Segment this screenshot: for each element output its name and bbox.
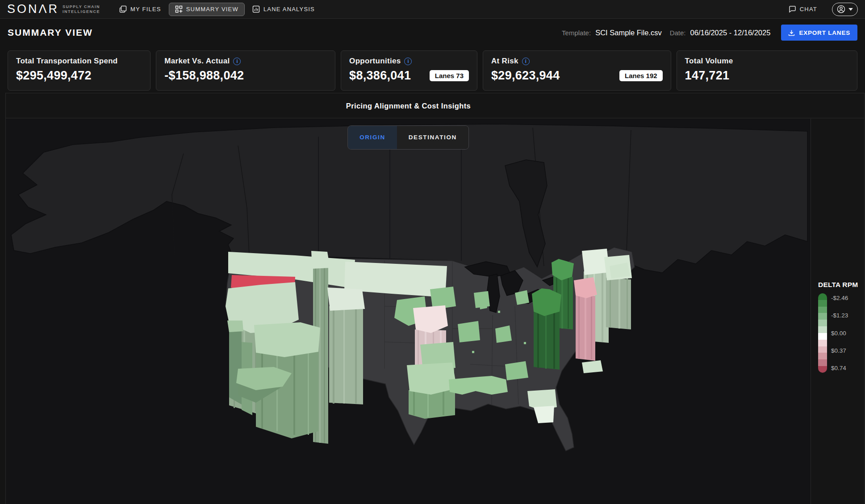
legend-tick: -$1.23 <box>831 312 848 319</box>
legend-tick: $0.00 <box>831 330 848 337</box>
lanes-count-badge: Lanes 73 <box>430 70 469 81</box>
bar-chart-icon <box>252 5 260 13</box>
kpi-total-transportation-spend: Total Transportation Spend $295,499,472 <box>8 50 150 91</box>
origin-destination-tabs: ORIGIN DESTINATION <box>347 125 469 150</box>
nav-item-my-files[interactable]: MY FILES <box>113 3 167 16</box>
date-label: Date: <box>670 29 686 37</box>
nav-item-summary-view[interactable]: SUMMARY VIEW <box>169 3 245 16</box>
nav-item-lane-analysis[interactable]: LANE ANALYSIS <box>247 3 321 16</box>
header-meta: Template: SCI Sample File.csv Date: 06/1… <box>562 25 857 41</box>
kpi-card-row: Total Transportation Spend $295,499,472 … <box>8 50 857 91</box>
top-nav-bar: SONΛR SUPPLY CHAIN INTELLIGENCE MY FILES… <box>0 0 865 19</box>
section-title-bar: Pricing Alignment & Cost Insights <box>6 93 864 118</box>
info-icon[interactable]: i <box>233 58 241 65</box>
info-icon[interactable]: i <box>522 58 530 65</box>
chat-bubble-icon <box>789 5 796 13</box>
user-menu-button[interactable] <box>832 3 858 16</box>
tab-origin[interactable]: ORIGIN <box>348 126 397 149</box>
legend-tick: -$2.46 <box>831 295 848 301</box>
delta-rpm-legend: DELTA RPM -$2.46 -$1.23 $0.00 $0.37 $0.7… <box>818 281 858 373</box>
logo-subtitle: SUPPLY CHAIN INTELLIGENCE <box>63 4 100 14</box>
chevron-down-icon <box>848 8 853 11</box>
legend-title: DELTA RPM <box>818 281 858 289</box>
page-header: SUMMARY VIEW Template: SCI Sample File.c… <box>0 19 865 46</box>
kpi-total-volume: Total Volume 147,721 <box>677 50 857 91</box>
page-title: SUMMARY VIEW <box>8 27 93 38</box>
user-avatar-icon <box>837 5 845 13</box>
date-range-value: 06/16/2025 - 12/16/2025 <box>690 29 771 37</box>
dashboard-grid-icon <box>175 5 183 13</box>
chat-button[interactable]: CHAT <box>783 3 823 16</box>
lanes-count-badge: Lanes 192 <box>619 70 663 81</box>
map-canvas[interactable] <box>6 119 811 504</box>
pricing-insights-section: Pricing Alignment & Cost Insights ORIGIN… <box>5 93 865 504</box>
legend-panel: DELTA RPM -$2.46 -$1.23 $0.00 $0.37 $0.7… <box>811 119 864 504</box>
tab-destination[interactable]: DESTINATION <box>397 126 468 149</box>
legend-labels: -$2.46 -$1.23 $0.00 $0.37 $0.74 <box>831 293 848 373</box>
section-content: ORIGIN DESTINATION <box>6 119 864 504</box>
legend-color-bar <box>818 293 827 373</box>
nav-right-group: CHAT <box>782 3 858 16</box>
kpi-opportunities: Opportunities i $8,386,041 Lanes 73 <box>341 50 477 91</box>
template-value: SCI Sample File.csv <box>595 29 662 37</box>
sonar-logo: SONΛR SUPPLY CHAIN INTELLIGENCE <box>7 3 100 15</box>
map-region-northeast-pink <box>574 277 597 298</box>
download-icon <box>788 29 795 36</box>
section-title: Pricing Alignment & Cost Insights <box>6 93 811 118</box>
kpi-market-vs-actual: Market Vs. Actual i -$158,988,042 <box>156 50 335 91</box>
legend-tick: $0.74 <box>831 365 848 371</box>
kpi-at-risk: At Risk i $29,623,944 Lanes 192 <box>483 50 671 91</box>
export-lanes-button[interactable]: EXPORT LANES <box>781 25 857 41</box>
info-icon[interactable]: i <box>404 58 412 65</box>
files-icon <box>119 5 127 13</box>
legend-tick: $0.37 <box>831 347 848 354</box>
logo-wordmark: SONΛR <box>7 3 59 15</box>
template-label: Template: <box>562 29 591 37</box>
map-area: ORIGIN DESTINATION <box>6 119 811 504</box>
